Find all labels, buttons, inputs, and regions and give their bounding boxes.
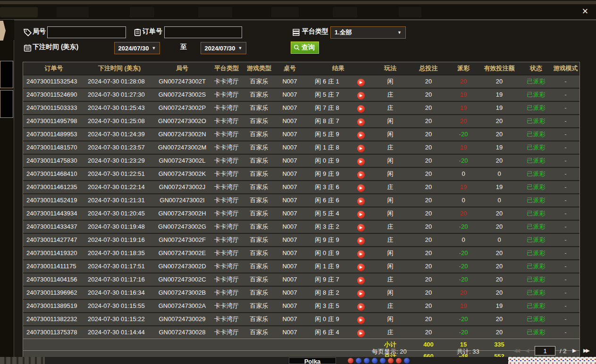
- date-to-select[interactable]: 2024/07/30 ▼: [201, 42, 246, 54]
- cell-platform: 卡卡湾厅: [210, 168, 243, 180]
- screen: × 局号 订单号 平台类型 1.全部 ▼ 下注时间 (美东): [0, 0, 596, 364]
- play-replay-button[interactable]: ▶: [357, 237, 365, 245]
- cell-total-bet: 20: [408, 313, 449, 325]
- cell-game-mode: -: [552, 260, 579, 273]
- cell-order-no: 240730011461235: [23, 181, 84, 193]
- cell-table-no: N007: [275, 181, 304, 193]
- play-replay-button[interactable]: ▶: [357, 250, 365, 258]
- cell-result: 闲 1 庄 9: [304, 260, 350, 273]
- play-replay-button[interactable]: ▶: [357, 264, 365, 271]
- close-icon[interactable]: ×: [579, 5, 591, 17]
- play-replay-button[interactable]: ▶: [357, 132, 365, 139]
- cell-game-type: 百家乐: [243, 181, 275, 193]
- cell-table-no: N007: [275, 128, 304, 141]
- cell-play-type: 闲: [372, 313, 408, 325]
- cell-valid-bet: 19: [478, 300, 520, 312]
- cell-play-type: 庄: [372, 300, 408, 312]
- cell-replay: ▶: [350, 300, 372, 312]
- cell-platform: 卡卡湾厅: [210, 221, 243, 233]
- search-button[interactable]: 查询: [291, 41, 319, 54]
- page-first-icon[interactable]: ◀◀: [513, 347, 519, 354]
- cell-game-mode: -: [552, 75, 579, 88]
- play-replay-button[interactable]: ▶: [357, 330, 365, 337]
- cell-total-bet: 20: [408, 102, 449, 114]
- cell-play-type: 闲: [372, 287, 408, 299]
- play-replay-button[interactable]: ▶: [357, 198, 365, 205]
- table-row: 2407300114524192024-07-30 01:21:31GN0072…: [23, 193, 579, 207]
- table-row: 2407300113895192024-07-30 01:15:55GN0072…: [23, 299, 579, 312]
- cell-payout: -20: [449, 260, 478, 273]
- cell-replay: ▶: [350, 326, 372, 339]
- table-row: 2407300114111752024-07-30 01:17:51GN0072…: [23, 259, 579, 273]
- cell-replay: ▶: [350, 168, 372, 180]
- cell-replay: ▶: [350, 155, 372, 167]
- cell-platform: 卡卡湾厅: [210, 115, 243, 127]
- cell-order-no: 240730011443934: [23, 207, 84, 220]
- play-replay-button[interactable]: ▶: [357, 92, 365, 99]
- cell-bet-time: 2024-07-30 01:18:35: [84, 247, 154, 259]
- cell-result: 闲 0 庄 9: [304, 155, 350, 167]
- cell-order-no: 240730011389519: [23, 300, 84, 312]
- cell-replay: ▶: [350, 102, 372, 114]
- platform-type-label: 平台类型: [302, 27, 328, 36]
- date-from-select[interactable]: 2024/07/30 ▼: [114, 42, 160, 54]
- play-replay-button[interactable]: ▶: [357, 79, 365, 86]
- cell-payout: -20: [449, 221, 478, 233]
- cell-total-bet: 20: [408, 326, 449, 339]
- play-replay-button[interactable]: ▶: [357, 303, 365, 311]
- platform-type-select[interactable]: 1.全部 ▼: [330, 26, 406, 39]
- order-no-input[interactable]: [164, 26, 242, 38]
- play-replay-button[interactable]: ▶: [357, 316, 365, 324]
- cell-total-bet: 20: [408, 155, 449, 167]
- cell-replay: ▶: [350, 247, 372, 259]
- play-replay-button[interactable]: ▶: [357, 145, 365, 152]
- play-replay-button[interactable]: ▶: [357, 211, 365, 218]
- cell-play-type: 庄: [372, 89, 408, 101]
- play-replay-button[interactable]: ▶: [357, 118, 365, 126]
- play-replay-button[interactable]: ▶: [357, 105, 365, 113]
- play-replay-button[interactable]: ▶: [357, 290, 365, 298]
- cell-total-bet: 20: [408, 207, 449, 220]
- play-replay-button[interactable]: ▶: [357, 171, 365, 179]
- cell-replay: ▶: [350, 234, 372, 246]
- play-replay-button[interactable]: ▶: [357, 224, 365, 232]
- cell-valid-bet: 20: [478, 260, 520, 273]
- cell-order-no: 240730011475830: [23, 155, 84, 167]
- game-no-input[interactable]: [47, 26, 126, 38]
- cell-payout: 20: [449, 207, 478, 220]
- cell-result: 闲 7 庄 8: [304, 102, 350, 114]
- page-number-input[interactable]: [535, 346, 555, 356]
- cell-game-no: GN0072473002M: [154, 141, 210, 154]
- cell-game-mode: -: [552, 141, 579, 154]
- cell-game-type: 百家乐: [243, 234, 275, 246]
- background-top-strip: [0, 0, 596, 4]
- play-replay-button[interactable]: ▶: [357, 277, 365, 284]
- cell-bet-time: 2024-07-30 01:25:43: [84, 102, 154, 114]
- play-replay-button[interactable]: ▶: [357, 158, 365, 165]
- cell-result: 闲 6 庄 1: [304, 75, 350, 88]
- cell-platform: 卡卡湾厅: [210, 75, 243, 88]
- cell-table-no: N007: [275, 247, 304, 259]
- cell-result: 闲 5 庄 9: [304, 128, 350, 141]
- table-row: 2407300113753782024-07-30 01:14:44GN0072…: [23, 325, 579, 339]
- cell-order-no: 240730011427747: [23, 234, 84, 246]
- column-header: 桌号: [275, 62, 304, 74]
- cell-table-no: N007: [275, 221, 304, 233]
- cell-order-no: 240730011532543: [23, 75, 84, 88]
- cell-play-type: 闲: [372, 75, 408, 88]
- cell-platform: 卡卡湾厅: [210, 207, 243, 220]
- page-last-icon[interactable]: ▶▶: [583, 347, 588, 354]
- cell-game-mode: -: [552, 247, 579, 259]
- background-game-title: Polka: [289, 357, 336, 364]
- cell-status: 已派彩: [520, 155, 552, 167]
- background-tab: [399, 7, 421, 17]
- cell-total-bet: 20: [408, 260, 449, 273]
- page-next-icon[interactable]: ▶: [572, 347, 575, 354]
- cell-status: 已派彩: [520, 75, 552, 88]
- order-no-label: 订单号: [143, 27, 162, 36]
- table-row: 2407300114277472024-07-30 01:19:16GN0072…: [23, 233, 579, 246]
- cell-platform: 卡卡湾厅: [210, 155, 243, 167]
- page-prev-icon[interactable]: ◀: [525, 347, 528, 354]
- background-bottom-strip: Polka: [0, 357, 596, 364]
- play-replay-button[interactable]: ▶: [357, 184, 365, 192]
